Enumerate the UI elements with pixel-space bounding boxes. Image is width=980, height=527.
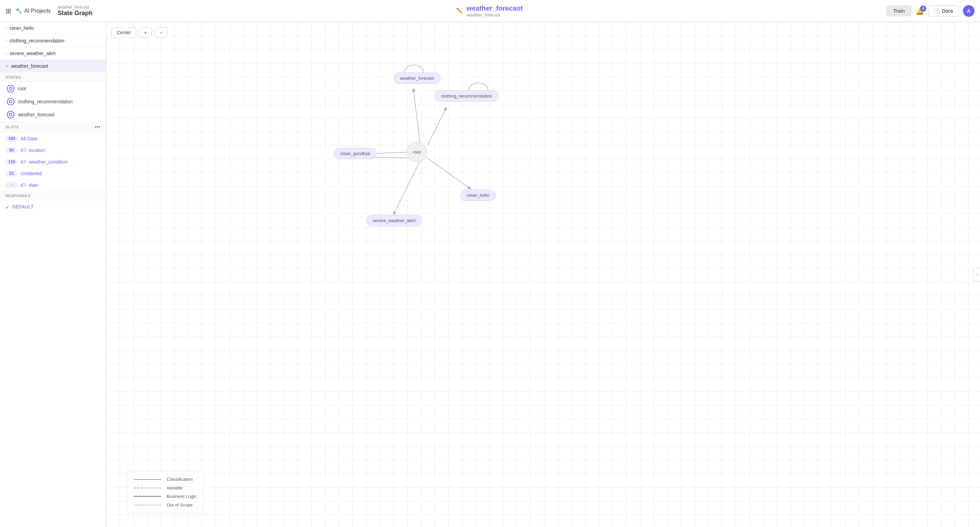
project-title-block: weather_forecast weather_forecast bbox=[466, 5, 523, 18]
legend: Classification Variable Business Logic O… bbox=[127, 471, 204, 513]
slots-label: SLOTS bbox=[5, 125, 19, 129]
node-label: weather_forecast bbox=[400, 76, 434, 81]
graph-controls: Center + – bbox=[111, 27, 168, 38]
sidebar-item-label: severe_weather_alert bbox=[10, 51, 56, 56]
wrench-icon: 🔧 bbox=[15, 8, 22, 14]
edit-icon[interactable]: ✏️ bbox=[456, 8, 463, 14]
slot-name-all-data: All Data bbox=[21, 136, 37, 141]
node-label: clean_hello bbox=[467, 193, 489, 198]
breadcrumb-project: weather_forecast bbox=[57, 5, 92, 10]
zoom-in-button[interactable]: + bbox=[139, 27, 152, 38]
node-label: severe_weather_alert bbox=[372, 218, 415, 223]
avatar-button[interactable]: A bbox=[963, 5, 975, 17]
graph-node-clothing-recommendation[interactable]: clothing_recommendation bbox=[434, 90, 498, 102]
sidebar-item-severe-weather[interactable]: › severe_weather_alert bbox=[0, 47, 106, 60]
center-button[interactable]: Center bbox=[111, 27, 136, 38]
tag-icon: 🏷 bbox=[21, 159, 26, 165]
legend-item-classification: Classification bbox=[134, 477, 196, 482]
slot-badge-weather: 119 bbox=[5, 159, 18, 165]
slot-name-date: date bbox=[29, 182, 38, 188]
slot-item-all-data[interactable]: 189 All Data bbox=[0, 133, 106, 145]
graph-node-root[interactable]: root bbox=[407, 142, 427, 162]
chevron-right-icon: › bbox=[976, 272, 978, 277]
responses-default-label: DEFAULT bbox=[12, 204, 33, 209]
chevron-right-icon: › bbox=[5, 38, 7, 43]
notification-badge: 4 bbox=[920, 5, 926, 12]
legend-label: Classification bbox=[167, 477, 193, 482]
slot-name-unlabeled: Unlabeled bbox=[21, 171, 42, 176]
slot-item-location[interactable]: 60 🏷 location bbox=[0, 145, 106, 156]
legend-label: Business Logic bbox=[167, 494, 196, 499]
node-label: root bbox=[413, 150, 420, 155]
collapse-panel-button[interactable]: › bbox=[973, 267, 980, 281]
state-item-clothing-rec[interactable]: clothing_recommendation bbox=[0, 95, 106, 108]
sidebar-item-clothing-recommendation[interactable]: › clothing_recommendation bbox=[0, 35, 106, 47]
zoom-out-button[interactable]: – bbox=[155, 27, 168, 38]
slot-badge-location: 60 bbox=[5, 147, 18, 153]
docs-icon: 📄 bbox=[934, 8, 940, 14]
slot-badge-all-data: 189 bbox=[5, 135, 18, 142]
graph-node-weather-forecast[interactable]: weather_forecast bbox=[393, 73, 441, 84]
sidebar-item-clean-hello[interactable]: › clean_hello bbox=[0, 22, 106, 35]
responses-section-header: RESPONSES bbox=[0, 191, 106, 201]
graph-area: Center + – bbox=[106, 22, 980, 527]
svg-line-2 bbox=[414, 89, 421, 150]
docs-label: Docs bbox=[942, 8, 953, 14]
responses-item-default[interactable]: ↙ DEFAULT bbox=[0, 201, 106, 213]
slot-item-weather-condition[interactable]: 119 🏷 weather_condition bbox=[0, 156, 106, 168]
tag-icon: 🏷 bbox=[21, 147, 26, 153]
graph-edges bbox=[106, 22, 980, 527]
slot-item-date[interactable]: - 🏷 date bbox=[0, 179, 106, 191]
header-center: ✏️ weather_forecast weather_forecast bbox=[98, 5, 881, 18]
svg-line-7 bbox=[393, 161, 420, 215]
legend-item-business-logic: Business Logic bbox=[134, 494, 196, 499]
sidebar-item-label: weather_forecast bbox=[11, 63, 48, 69]
slots-section-header: SLOTS ••• bbox=[0, 121, 106, 133]
graph-node-clean-hello[interactable]: clean_hello bbox=[460, 189, 496, 201]
state-label: weather_forecast bbox=[18, 112, 54, 117]
slot-item-unlabeled[interactable]: 21 Unlabeled bbox=[0, 168, 106, 179]
breadcrumb-page: State Graph bbox=[57, 10, 92, 17]
sidebar-item-weather-forecast[interactable]: ∨ weather_forecast bbox=[0, 60, 106, 73]
chevron-right-icon: › bbox=[5, 51, 7, 56]
notifications-button[interactable]: 🔔 4 bbox=[916, 7, 924, 15]
state-label: root bbox=[18, 86, 26, 91]
ai-projects-nav[interactable]: 🔧 AI Projects bbox=[15, 8, 51, 14]
state-label: clothing_recommendation bbox=[18, 99, 73, 104]
states-label: STATES bbox=[5, 75, 21, 80]
state-icon-inner bbox=[9, 100, 12, 103]
header-right: Train 🔔 4 📄 Docs A bbox=[886, 5, 975, 17]
states-section-header: STATES bbox=[0, 73, 106, 82]
chevron-right-icon: › bbox=[5, 25, 7, 30]
grid-icon[interactable]: ⊞ bbox=[5, 7, 11, 15]
header-left: ⊞ 🔧 AI Projects weather_forecast State G… bbox=[5, 5, 92, 17]
docs-button[interactable]: 📄 Docs bbox=[928, 5, 959, 17]
legend-label: Out of Scope bbox=[167, 502, 192, 508]
svg-line-3 bbox=[428, 107, 447, 145]
responses-label: RESPONSES bbox=[5, 194, 30, 198]
train-button[interactable]: Train bbox=[886, 5, 912, 16]
slot-name-weather: weather_condition bbox=[29, 159, 68, 165]
sidebar-item-label: clothing_recommendation bbox=[10, 38, 64, 43]
project-title-main: weather_forecast bbox=[466, 5, 523, 12]
state-item-root[interactable]: root bbox=[0, 82, 106, 95]
state-item-weather-forecast[interactable]: weather_forecast bbox=[0, 108, 106, 121]
legend-line-double bbox=[134, 496, 161, 497]
state-icon-inner bbox=[9, 113, 12, 116]
state-icon-clothing bbox=[7, 98, 14, 105]
slot-badge-date: - bbox=[5, 182, 18, 188]
arrow-icon: ↙ bbox=[5, 204, 10, 209]
legend-line-dashed bbox=[134, 488, 161, 488]
main-layout: › clean_hello › clothing_recommendation … bbox=[0, 22, 980, 527]
legend-item-variable: Variable bbox=[134, 485, 196, 490]
legend-line-solid bbox=[134, 479, 161, 480]
tag-icon: 🏷 bbox=[21, 182, 26, 188]
graph-node-clean-goodbye[interactable]: clean_goodbye bbox=[334, 148, 377, 159]
header: ⊞ 🔧 AI Projects weather_forecast State G… bbox=[0, 0, 980, 22]
ai-projects-label: AI Projects bbox=[24, 8, 51, 14]
node-label: clean_goodbye bbox=[340, 151, 370, 156]
sidebar: › clean_hello › clothing_recommendation … bbox=[0, 22, 106, 527]
graph-node-severe-weather[interactable]: severe_weather_alert bbox=[366, 215, 422, 226]
sidebar-item-label: clean_hello bbox=[10, 25, 34, 31]
more-options-icon[interactable]: ••• bbox=[94, 124, 100, 130]
